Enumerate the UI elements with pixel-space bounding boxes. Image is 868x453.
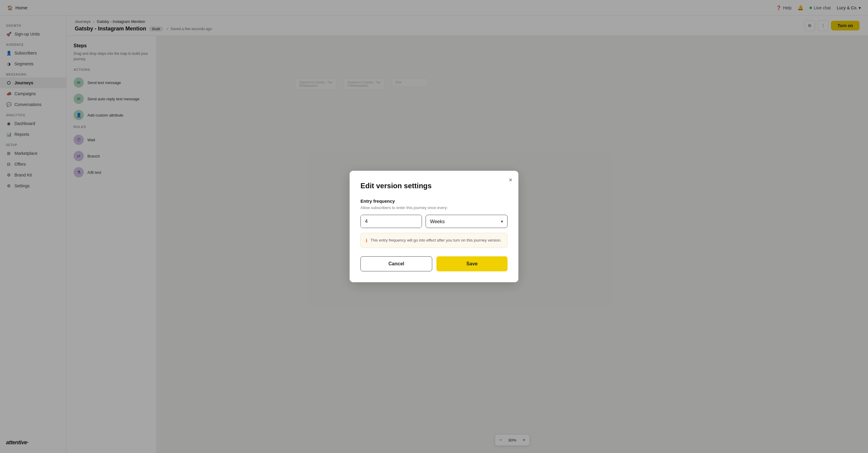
modal-actions: Cancel Save	[361, 256, 507, 271]
modal-title: Edit version settings	[361, 182, 507, 190]
frequency-unit-wrap: HoursDaysWeeksMonths ▾	[426, 215, 507, 228]
entry-frequency-desc: Allow subscribers to enter this journey …	[361, 205, 507, 210]
entry-frequency-row: ▲ ▼ HoursDaysWeeksMonths ▾	[361, 215, 507, 228]
info-icon: ℹ	[366, 238, 367, 244]
info-box: ℹ This entry frequency will go into effe…	[361, 233, 507, 248]
frequency-unit-select[interactable]: HoursDaysWeeksMonths	[430, 219, 498, 224]
save-button[interactable]: Save	[436, 256, 507, 271]
modal-overlay[interactable]: Edit version settings × Entry frequency …	[0, 0, 868, 453]
entry-frequency-label: Entry frequency	[361, 198, 507, 204]
frequency-number-input[interactable]	[361, 215, 422, 228]
edit-version-settings-modal: Edit version settings × Entry frequency …	[350, 171, 518, 282]
cancel-button[interactable]: Cancel	[361, 256, 432, 271]
select-chevron-icon: ▾	[501, 219, 503, 224]
frequency-number-wrap: ▲ ▼	[361, 215, 422, 228]
modal-close-button[interactable]: ×	[509, 177, 513, 183]
info-text: This entry frequency will go into effect…	[370, 237, 501, 244]
